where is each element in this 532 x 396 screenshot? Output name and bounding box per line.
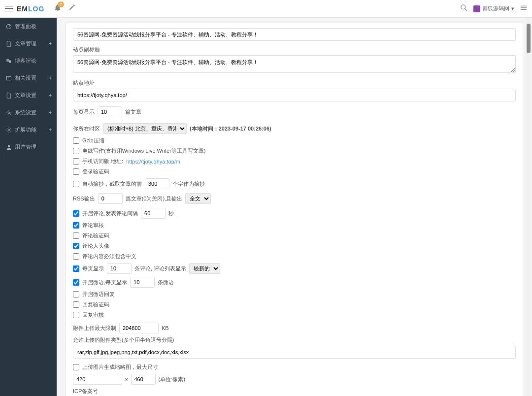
localtime-hint: (本地时间：2023-09-17 00:26:06) <box>190 125 271 132</box>
comment-chinese-checkbox[interactable] <box>73 253 79 260</box>
attachment-limit-input[interactable] <box>119 323 159 333</box>
svg-point-12 <box>8 145 10 147</box>
sidebar-item-1[interactable]: 文章管理+ <box>0 35 57 52</box>
reply-audit-label: 回复审核 <box>82 311 104 319</box>
comment-avatar-checkbox[interactable] <box>73 243 79 249</box>
comment-captcha-label: 评论验证码 <box>82 232 109 239</box>
gzip-checkbox[interactable] <box>73 137 79 144</box>
extensions-input[interactable] <box>73 346 516 359</box>
svg-point-11 <box>8 129 10 131</box>
svg-rect-3 <box>521 7 527 8</box>
comment-enable-label: 开启评论,发表评论间隔 <box>82 210 138 217</box>
perpage-label-b: 篇文章 <box>125 108 141 116</box>
avatar <box>473 5 480 12</box>
comment-audit-label: 评论审核 <box>82 222 104 229</box>
twitter-enable-checkbox[interactable] <box>73 279 79 286</box>
comment-pp-label-b: 条评论, 评论列表显示 <box>134 265 186 272</box>
attachment-unit-label: KB <box>162 325 169 331</box>
offline-label: 离线写作(支持用Windows Live Writer等工具写文章) <box>82 147 205 155</box>
thumb-x-label: x <box>125 376 128 382</box>
twitter-perpage-input[interactable] <box>130 277 155 288</box>
mobile-checkbox[interactable] <box>73 158 79 165</box>
siteurl-input[interactable] <box>73 89 516 101</box>
svg-rect-4 <box>521 9 527 10</box>
comment-avatar-label: 评论人头像 <box>82 242 109 250</box>
comment-perpage-input[interactable] <box>107 263 132 274</box>
comment-perpage-checkbox[interactable] <box>73 265 79 272</box>
reply-captcha-label: 回复验证码 <box>82 301 109 308</box>
timezone-label: 你所在时区 <box>73 125 100 132</box>
reply-captcha-checkbox[interactable] <box>73 301 79 308</box>
chevron-down-icon: ▾ <box>511 5 514 12</box>
logo: EMLOG <box>17 5 44 13</box>
auto-excerpt-checkbox[interactable] <box>73 181 79 187</box>
sidebar-item-3[interactable]: 相关设置+ <box>0 69 57 87</box>
comment-captcha-checkbox[interactable] <box>73 232 79 239</box>
extensions-label: 允许上传的附件类型(多个用半角逗号分隔) <box>73 336 516 344</box>
attachment-limit-label: 附件上传最大限制 <box>73 325 116 332</box>
username: 青狐源码网 <box>482 5 509 12</box>
auto-excerpt-label-b: 个字作为摘抄 <box>172 180 205 188</box>
comment-enable-checkbox[interactable] <box>73 210 79 217</box>
timezone-select[interactable]: (标准时+8) 北京、重庆、香港、新加坡 <box>103 123 187 134</box>
login-captcha-label: 登录验证码 <box>82 168 109 175</box>
thumb-unit-label: (单位:像素) <box>159 376 185 383</box>
twitter-reply-checkbox[interactable] <box>73 291 79 297</box>
svg-line-1 <box>465 9 467 11</box>
comment-order-select[interactable]: 较新的 <box>189 263 220 274</box>
svg-point-0 <box>461 5 466 9</box>
rss-output-select[interactable]: 全文 <box>185 193 211 204</box>
offline-checkbox[interactable] <box>73 148 79 154</box>
twitter-label-a: 开启微语,每页显示 <box>82 279 127 286</box>
thumb-height-input[interactable] <box>131 374 156 385</box>
thumbnail-checkbox[interactable] <box>73 364 79 370</box>
menu-toggle[interactable] <box>5 5 13 13</box>
twitter-label-b: 条微语 <box>158 279 174 286</box>
more-menu-icon[interactable] <box>520 4 527 13</box>
comment-audit-checkbox[interactable] <box>73 222 79 229</box>
user-menu[interactable]: 青狐源码网 ▾ <box>473 5 514 12</box>
mobile-link[interactable]: https://tjoty.qhya.top/m <box>126 159 180 165</box>
sidebar-item-0[interactable]: 管理面板 <box>0 18 57 35</box>
scrollbar[interactable] <box>526 18 532 396</box>
svg-rect-8 <box>7 76 11 80</box>
login-captcha-checkbox[interactable] <box>73 168 79 175</box>
rss-label-a: RSS输出 <box>73 195 95 202</box>
comment-pp-label-a: 每页显示 <box>82 265 104 272</box>
subtitle-textarea[interactable]: 56资源网-免费资源活动线报分享平台 - 专注软件、辅助、活动、教程分享！ <box>73 55 516 73</box>
comment-sec-label: 秒 <box>168 210 174 217</box>
comment-chinese-label: 评论内容必须包含中文 <box>82 253 136 260</box>
gzip-label: Gzip压缩 <box>82 137 104 144</box>
subtitle-label: 站点副标题 <box>73 46 516 53</box>
notif-badge: 7 <box>58 1 64 7</box>
notification-bell[interactable]: 7 <box>54 4 61 13</box>
icp-label: ICP备案号 <box>73 388 516 395</box>
auto-excerpt-label-a: 自动摘抄，截取文章的前 <box>82 180 142 188</box>
svg-rect-2 <box>521 6 527 6</box>
sidebar-item-2[interactable]: 博客评论 <box>0 52 57 69</box>
sidebar: 管理面板文章管理+博客评论相关设置+文章设置+系统设置+扩展功能+用户管理 <box>0 18 57 396</box>
site-title-input[interactable] <box>73 28 516 41</box>
mobile-label: 手机访问版,地址: <box>82 158 123 165</box>
sidebar-item-4[interactable]: 文章设置+ <box>0 87 57 104</box>
comment-interval-input[interactable] <box>141 208 166 219</box>
sidebar-item-7[interactable]: 用户管理 <box>0 138 57 156</box>
compose-icon[interactable] <box>68 4 75 13</box>
sidebar-item-6[interactable]: 扩展功能+ <box>0 121 57 138</box>
perpage-input[interactable] <box>98 106 122 117</box>
auto-excerpt-input[interactable] <box>145 178 169 189</box>
thumbnail-label: 上传图片生成缩略图，最大尺寸 <box>82 363 158 371</box>
siteurl-label: 站点地址 <box>73 79 516 87</box>
rss-label-b: 篇文章(0为关闭),且输出 <box>126 195 183 202</box>
thumb-width-input[interactable] <box>73 374 122 385</box>
svg-point-7 <box>9 60 11 63</box>
rss-count-input[interactable] <box>98 193 123 204</box>
twitter-reply-label: 开启微语回复 <box>82 291 115 298</box>
reply-audit-checkbox[interactable] <box>73 312 79 318</box>
svg-point-9 <box>8 77 9 78</box>
svg-point-10 <box>8 112 10 114</box>
search-icon[interactable] <box>461 4 467 13</box>
sidebar-item-5[interactable]: 系统设置+ <box>0 104 57 121</box>
perpage-label-a: 每页显示 <box>73 108 95 116</box>
